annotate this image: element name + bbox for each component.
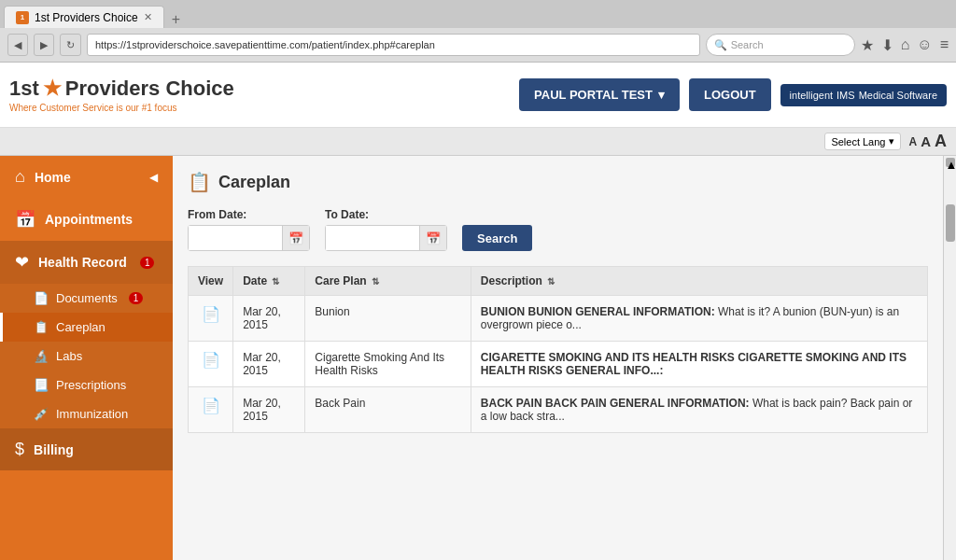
sidebar-item-prescriptions[interactable]: 📃 Prescriptions — [0, 371, 173, 399]
lang-label: Select Lang — [831, 136, 885, 147]
prescriptions-label: Prescriptions — [56, 378, 126, 392]
logout-button[interactable]: LOGOUT — [689, 78, 771, 111]
browser-tab[interactable]: 1 1st Providers Choice ✕ — [4, 6, 164, 28]
sidebar-collapse-icon[interactable]: ◀ — [149, 171, 158, 184]
from-date-group: From Date: 📅 — [188, 208, 310, 251]
app-header: 1st★Providers Choice Where Customer Serv… — [0, 63, 956, 128]
sidebar-item-immunization[interactable]: 💉 Immunization — [0, 399, 173, 428]
tab-title: 1st Providers Choice — [35, 11, 138, 24]
care-plan-cell: Bunion — [305, 296, 471, 342]
sidebar-item-billing[interactable]: $ Billing — [0, 428, 173, 470]
col-care-plan[interactable]: Care Plan ⇅ — [305, 267, 471, 296]
labs-label: Labs — [56, 349, 82, 363]
page-title: Careplan — [218, 173, 290, 192]
logo-area: 1st★Providers Choice Where Customer Serv… — [9, 77, 519, 113]
sidebar-item-home[interactable]: ⌂ Home ◀ — [0, 156, 173, 198]
filter-row: From Date: 📅 To Date: 📅 Search — [188, 208, 928, 251]
col-view[interactable]: View — [189, 267, 233, 296]
care-plan-cell: Cigarette Smoking And Its Health Risks — [305, 342, 471, 387]
browser-chrome: 1 1st Providers Choice ✕ + ◀ ▶ ↻ https:/… — [0, 0, 956, 63]
description-cell: BUNION BUNION GENERAL INFORMATION: What … — [471, 296, 927, 342]
health-record-icon: ❤ — [15, 252, 29, 273]
home-sidebar-icon: ⌂ — [15, 167, 25, 187]
download-icon[interactable]: ⬇ — [881, 36, 893, 54]
table-row: 📄Mar 20, 2015BunionBUNION BUNION GENERAL… — [189, 296, 928, 342]
to-date-group: To Date: 📅 — [325, 208, 447, 251]
forward-button[interactable]: ▶ — [34, 34, 54, 56]
portal-label: PAUL PORTAL TEST — [534, 88, 653, 102]
user-icon[interactable]: ☺ — [917, 36, 932, 53]
from-date-input-wrap: 📅 — [188, 225, 310, 251]
col-date[interactable]: Date ⇅ — [233, 267, 305, 296]
sidebar: ⌂ Home ◀ 📅 Appointments ❤ Health Record … — [0, 156, 173, 560]
back-button[interactable]: ◀ — [7, 34, 28, 56]
search-button[interactable]: Search — [462, 225, 532, 251]
header-right: PAUL PORTAL TEST ▾ LOGOUT intelligent IM… — [519, 78, 947, 111]
sidebar-item-health-record[interactable]: ❤ Health Record 1 — [0, 241, 173, 284]
documents-icon: 📄 — [34, 291, 49, 305]
sidebar-appointments-label: Appointments — [45, 212, 133, 227]
view-document-icon[interactable]: 📄 — [198, 397, 223, 414]
description-sort-icon: ⇅ — [547, 276, 555, 287]
sidebar-item-documents[interactable]: 📄 Documents 1 — [0, 284, 173, 313]
billing-icon: $ — [15, 440, 24, 459]
address-bar: ◀ ▶ ↻ https://1stproviderschoice.savepat… — [0, 28, 956, 62]
ims-brand: IMS — [836, 90, 855, 101]
home-icon[interactable]: ⌂ — [901, 36, 910, 53]
font-large-button[interactable]: A — [935, 132, 947, 151]
sidebar-item-careplan[interactable]: 📋 Careplan — [0, 313, 173, 342]
search-icon: 🔍 — [714, 39, 727, 51]
toolbar: Select Lang ▾ A A A — [0, 128, 956, 156]
sidebar-item-labs[interactable]: 🔬 Labs — [0, 342, 173, 371]
sidebar-sub-menu: 📄 Documents 1 📋 Careplan 🔬 Labs 📃 Prescr… — [0, 284, 173, 428]
from-date-input[interactable] — [189, 226, 282, 250]
font-medium-button[interactable]: A — [921, 132, 931, 151]
search-placeholder: Search — [731, 39, 764, 50]
ims-label: intelligent — [790, 90, 833, 101]
tab-close-icon[interactable]: ✕ — [144, 11, 152, 23]
main-layout: ⌂ Home ◀ 📅 Appointments ❤ Health Record … — [0, 156, 956, 560]
health-record-badge: 1 — [140, 257, 155, 269]
date-sort-icon: ⇅ — [272, 276, 279, 287]
date-cell: Mar 20, 2015 — [233, 387, 305, 433]
care-plan-cell: Back Pain — [305, 387, 471, 433]
menu-icon[interactable]: ≡ — [940, 36, 949, 53]
refresh-button[interactable]: ↻ — [60, 34, 81, 56]
careplan-icon: 📋 — [34, 320, 49, 334]
to-date-calendar-button[interactable]: 📅 — [419, 226, 446, 250]
from-date-calendar-button[interactable]: 📅 — [282, 226, 309, 250]
new-tab-button[interactable]: + — [164, 11, 188, 28]
sidebar-item-appointments[interactable]: 📅 Appointments — [0, 198, 173, 241]
browser-search-box[interactable]: 🔍 Search — [706, 34, 855, 56]
bookmark-icon[interactable]: ★ — [861, 36, 874, 54]
careplan-sort-icon: ⇅ — [372, 276, 379, 287]
to-date-input-wrap: 📅 — [325, 225, 447, 251]
documents-label: Documents — [56, 291, 118, 305]
view-document-icon[interactable]: 📄 — [198, 305, 223, 323]
date-cell: Mar 20, 2015 — [233, 342, 305, 387]
ims-sub: Medical Software — [859, 90, 937, 101]
lang-chevron-icon: ▾ — [889, 135, 894, 147]
documents-badge: 1 — [129, 292, 144, 304]
font-small-button[interactable]: A — [908, 132, 917, 151]
view-document-icon[interactable]: 📄 — [198, 351, 223, 369]
main-content: 📋 Careplan From Date: 📅 To Date: 📅 Searc… — [173, 156, 943, 560]
view-cell: 📄 — [189, 296, 233, 342]
scroll-thumb[interactable] — [946, 204, 955, 242]
from-date-label: From Date: — [188, 208, 310, 221]
immunization-label: Immunization — [56, 407, 128, 421]
logo-star: ★ — [43, 77, 62, 101]
to-date-label: To Date: — [325, 208, 447, 221]
scroll-up-icon[interactable]: ▲ — [946, 158, 955, 167]
url-input[interactable]: https://1stproviderschoice.savepatientti… — [87, 34, 700, 56]
description-cell: BACK PAIN BACK PAIN GENERAL INFORMATION:… — [471, 387, 927, 433]
to-date-input[interactable] — [326, 226, 419, 250]
col-description[interactable]: Description ⇅ — [471, 267, 927, 296]
page-title-area: 📋 Careplan — [188, 171, 928, 193]
portal-button[interactable]: PAUL PORTAL TEST ▾ — [519, 78, 680, 111]
language-select[interactable]: Select Lang ▾ — [824, 133, 901, 150]
logo-1st: 1st — [9, 77, 39, 101]
scrollbar[interactable]: ▲ — [943, 156, 956, 560]
ims-logo: intelligent IMS Medical Software — [780, 84, 947, 106]
view-cell: 📄 — [189, 342, 233, 387]
